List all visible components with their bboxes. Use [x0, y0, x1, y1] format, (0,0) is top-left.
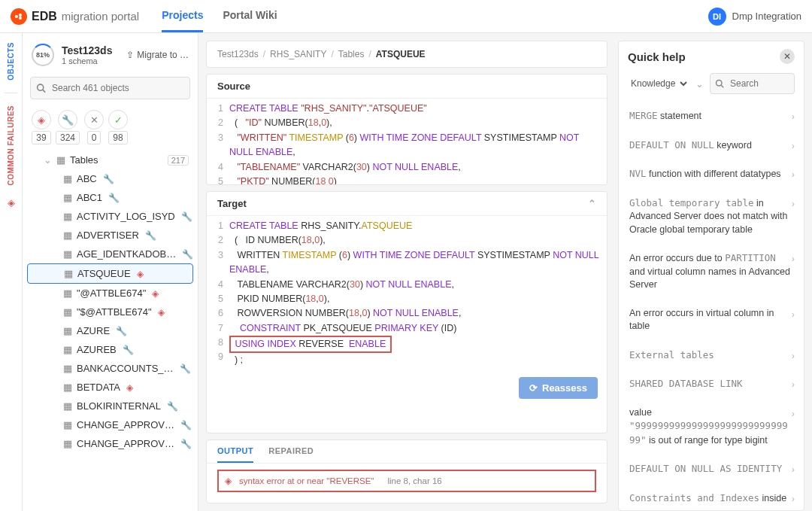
tree-item-label: ADVERTISER [77, 230, 139, 241]
chevron-down-icon: ⌄ [695, 78, 704, 90]
migrate-button[interactable]: ⇪ Migrate to … [126, 50, 189, 60]
tree-item[interactable]: ▦CHANGE_APPROV…🔧 [27, 434, 193, 453]
tree-item-label: BETDATA [77, 382, 120, 393]
table-icon: ▦ [63, 192, 72, 203]
table-icon: ▦ [63, 363, 72, 374]
tree-item-label: CHANGE_APPROV… [77, 438, 174, 449]
rail-failures[interactable]: COMMON FAILURES [7, 96, 15, 194]
stat-errors: 39 [32, 131, 50, 144]
help-item[interactable]: Constraints and Indexes inside Table def… [628, 484, 795, 503]
help-item[interactable]: MERGE statement [628, 102, 795, 131]
search-icon [36, 84, 46, 93]
tree-item-label: BLOKIRINTERNAL [77, 400, 161, 412]
tree-item[interactable]: ▦BANKACCOUNTS_…🔧 [27, 359, 193, 378]
tree-item[interactable]: ▦"@ATTBLE674"◈ [27, 284, 193, 303]
status-icon: ◈ [152, 288, 159, 299]
table-icon: ▦ [63, 173, 72, 184]
tree-item[interactable]: ▦AZUREB🔧 [27, 340, 193, 359]
target-code[interactable]: CREATE TABLE RHS_SANITY.ATSQUEUE ( ID NU… [229, 219, 607, 368]
tree-item[interactable]: ▦BLOKIRINTERNAL🔧 [27, 397, 193, 415]
brand-name: EDB [32, 10, 57, 23]
table-icon: ▦ [64, 268, 73, 279]
tree-item[interactable]: ▦ATSQUEUE◈ [27, 263, 193, 284]
object-search-input[interactable] [30, 77, 190, 99]
tree-item[interactable]: ▦CHANGE_APPROV…🔧 [27, 415, 193, 434]
status-icon: 🔧 [108, 193, 120, 203]
tree-item-label: ABC1 [77, 192, 102, 203]
svg-point-1 [19, 14, 22, 17]
help-item[interactable]: NVL function with different datatypes [628, 160, 795, 189]
table-icon: ▦ [63, 325, 72, 336]
brand-sub: migration portal [62, 10, 139, 23]
target-header[interactable]: Target ⌃ [207, 192, 607, 216]
table-icon: ▦ [63, 248, 72, 260]
help-item[interactable]: DEFAULT ON NULL keyword [628, 131, 795, 160]
help-item[interactable]: Global temporary table in Advanced Serve… [628, 189, 795, 245]
tree-item[interactable]: ▦AZURE🔧 [27, 321, 193, 340]
status-icon: ◈ [158, 307, 165, 318]
table-icon: ▦ [63, 419, 72, 430]
svg-point-0 [15, 15, 18, 18]
progress-circle: 81% [32, 44, 54, 66]
status-icon: 🔧 [180, 363, 191, 374]
stat-unknown: 0 [87, 131, 102, 144]
stat-ok: 98 [108, 131, 127, 144]
svg-point-2 [19, 17, 22, 20]
help-item[interactable]: An error occurs in virtual column in tab… [628, 300, 795, 341]
status-icon: 🔧 [182, 249, 193, 260]
table-icon: ▦ [63, 438, 72, 449]
help-source-select[interactable]: Knowledge … [628, 78, 689, 90]
tree-item[interactable]: ▦ADVERTISER🔧 [27, 226, 193, 245]
tree-item[interactable]: ▦ABC🔧 [27, 169, 193, 188]
status-icon: 🔧 [116, 326, 127, 336]
help-item[interactable]: External tables [628, 341, 795, 370]
reassess-button[interactable]: ⟳ Reassess [519, 377, 598, 399]
help-item[interactable]: SHARED DATABASE LINK [628, 370, 795, 399]
tab-output[interactable]: OUTPUT [217, 440, 253, 463]
table-icon: ▦ [63, 230, 72, 241]
tab-repaired[interactable]: REPAIRED [268, 440, 314, 463]
status-icon: 🔧 [167, 401, 178, 412]
stat-repaired-icon[interactable]: 🔧 [58, 110, 77, 129]
stat-ok-icon[interactable]: ✓ [108, 110, 128, 129]
tree-item-label: "$@ATTBLE674" [77, 306, 152, 318]
tree-item[interactable]: ▦AGE_IDENTKADOB…🔧 [27, 245, 193, 263]
chevron-down-icon: ⌄ [44, 154, 52, 166]
status-icon: 🔧 [181, 211, 192, 222]
help-item[interactable]: DEFAULT ON NULL AS IDENTITY [628, 455, 795, 484]
table-icon: ▦ [63, 400, 72, 412]
tree-item-label: ACTIVITY_LOG_ISYD [77, 211, 175, 222]
help-item[interactable]: An error occurs due to PARTITION and vir… [628, 244, 795, 300]
nav-wiki[interactable]: Portal Wiki [223, 0, 277, 32]
table-icon: ▦ [63, 382, 72, 393]
table-icon: ▦ [63, 306, 72, 318]
help-item[interactable]: value "99999999999999999999999999999" is… [628, 399, 795, 455]
tree-item[interactable]: ▦ACTIVITY_LOG_ISYD🔧 [27, 207, 193, 226]
nav-projects[interactable]: Projects [162, 0, 203, 32]
error-message: syntax error at or near "REVERSE" [239, 476, 374, 485]
migrate-icon: ⇪ [126, 50, 134, 60]
status-icon: ◈ [137, 269, 144, 279]
tree-item-label: "@ATTBLE674" [77, 287, 146, 299]
tree-item[interactable]: ▦BETDATA◈ [27, 378, 193, 397]
status-icon: 🔧 [103, 174, 114, 184]
svg-point-3 [38, 84, 44, 90]
tree-item[interactable]: ▦"$@ATTBLE674"◈ [27, 303, 193, 321]
stat-unknown-icon[interactable]: ✕ [84, 110, 104, 129]
tree-item[interactable]: ▦ABC1🔧 [27, 188, 193, 207]
error-row[interactable]: ◈ syntax error at or near "REVERSE" line… [217, 470, 596, 492]
tree-item-label: ABC [77, 173, 97, 184]
rail-objects[interactable]: OBJECTS [7, 33, 15, 90]
stat-errors-icon[interactable]: ◈ [32, 110, 51, 129]
chevron-up-icon: ⌃ [588, 198, 596, 209]
table-icon: ▦ [56, 154, 65, 166]
svg-line-4 [43, 90, 45, 92]
breadcrumb: Test123ds/ RHS_SANITY/ Tables/ ATSQUEUE [207, 41, 607, 67]
logo-icon [11, 8, 27, 25]
source-code[interactable]: CREATE TABLE "RHS_SANITY"."ATSQUEUE" ( "… [229, 102, 607, 181]
svg-line-6 [721, 85, 723, 87]
tree-group-tables[interactable]: ⌄ ▦ Tables 217 [23, 151, 198, 169]
avatar[interactable]: DI [708, 8, 726, 26]
brand-logo[interactable]: EDB migration portal [11, 8, 139, 25]
close-icon[interactable]: ✕ [780, 49, 795, 64]
